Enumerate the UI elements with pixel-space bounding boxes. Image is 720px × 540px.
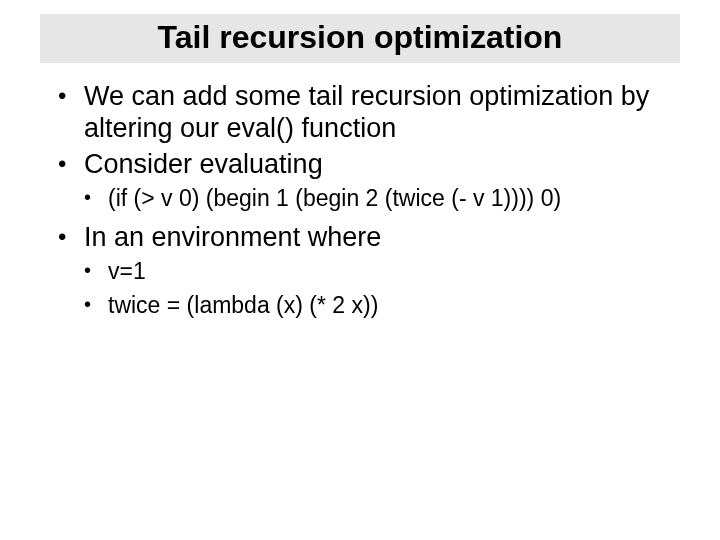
bullet-level2: twice = (lambda (x) (* 2 x)) — [58, 292, 670, 320]
bullet-level1: We can add some tail recursion optimizat… — [58, 81, 670, 145]
bullet-text: twice = (lambda (x) (* 2 x)) — [108, 292, 378, 318]
slide: Tail recursion optimization We can add s… — [0, 14, 720, 540]
bullet-text: We can add some tail recursion optimizat… — [84, 81, 649, 143]
bullet-text: In an environment where — [84, 222, 381, 252]
slide-body: We can add some tail recursion optimizat… — [58, 81, 670, 319]
bullet-level2: (if (> v 0) (begin 1 (begin 2 (twice (- … — [58, 185, 670, 213]
bullet-text: Consider evaluating — [84, 149, 323, 179]
bullet-level1: Consider evaluating — [58, 149, 670, 181]
bullet-level1: In an environment where — [58, 222, 670, 254]
bullet-level2: v=1 — [58, 258, 670, 286]
bullet-text: (if (> v 0) (begin 1 (begin 2 (twice (- … — [108, 185, 561, 211]
slide-title: Tail recursion optimization — [40, 14, 680, 63]
bullet-text: v=1 — [108, 258, 146, 284]
